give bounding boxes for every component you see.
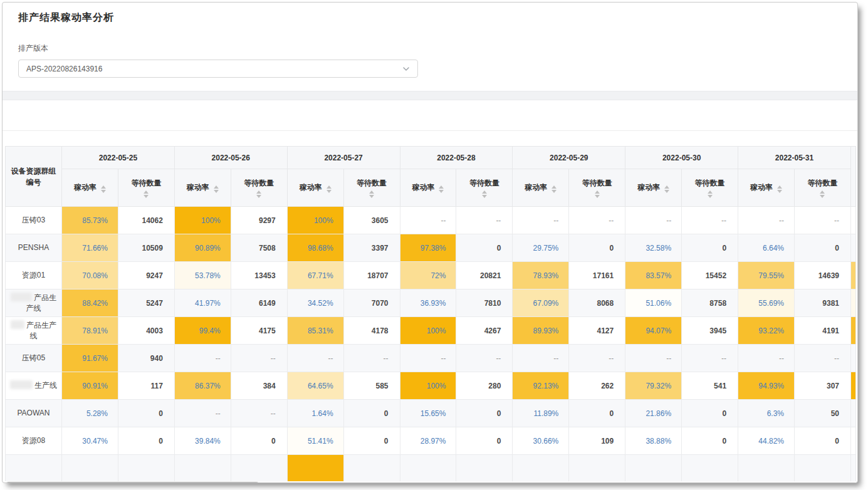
- rate-cell: 100%: [287, 207, 343, 234]
- clipped-cell: [851, 400, 856, 427]
- wait-cell: 0: [682, 234, 738, 262]
- wait-sort-header[interactable]: 等待数量: [118, 169, 174, 207]
- row-label: 生产线: [6, 372, 62, 400]
- scrollbar-thumb[interactable]: [6, 482, 259, 483]
- rate-sort-header[interactable]: 稼动率: [513, 169, 569, 207]
- rate-header-label: 稼动率: [187, 182, 209, 193]
- wait-cell: 0: [118, 400, 174, 427]
- wait-cell: 7070: [343, 289, 400, 317]
- header-sub-row: 稼动率等待数量稼动率等待数量稼动率等待数量稼动率等待数量稼动率等待数量稼动率等待…: [6, 169, 856, 207]
- wait-cell: 0: [569, 234, 625, 262]
- rate-cell: 28.97%: [400, 427, 456, 455]
- rate-cell: --: [400, 345, 456, 372]
- sort-icon: [708, 190, 713, 198]
- wait-cell: 7810: [456, 289, 513, 317]
- wait-sort-header[interactable]: 等待数量: [343, 169, 400, 207]
- caret-down-icon: [144, 195, 149, 198]
- rate-cell: 92.13%: [513, 372, 569, 400]
- row-label: [6, 455, 62, 482]
- wait-cell: 109: [569, 427, 625, 455]
- table-body: 压铸0385.73%14062100%9297100%3605---------…: [6, 207, 856, 482]
- rate-cell: 70.08%: [62, 262, 118, 289]
- wait-sort-header[interactable]: 等待数量: [569, 169, 625, 207]
- rate-header-inner: 稼动率: [513, 182, 568, 193]
- wait-cell: 0: [456, 400, 513, 427]
- date-column-header: 2022-05-28: [400, 147, 513, 169]
- rate-cell: 30.47%: [62, 427, 118, 455]
- rate-cell: [513, 455, 569, 482]
- clipped-cell: [851, 372, 856, 400]
- rate-cell: 34.52%: [287, 289, 343, 317]
- wait-sort-header[interactable]: 等待数量: [794, 169, 850, 207]
- rate-header-label: 稼动率: [750, 182, 773, 193]
- horizontal-scrollbar[interactable]: [5, 482, 856, 483]
- clipped-cell: [851, 289, 856, 317]
- wait-cell: 17161: [569, 262, 625, 289]
- row-label: 产品生产线: [6, 317, 62, 345]
- clipped-column-header: [851, 147, 856, 207]
- wait-cell: 3605: [343, 207, 400, 234]
- wait-cell: 0: [456, 427, 513, 455]
- row-label: 产品生产线: [6, 289, 62, 317]
- table-header: 设备资源群组编号2022-05-252022-05-262022-05-2720…: [6, 147, 856, 207]
- version-select[interactable]: APS-20220826143916: [18, 60, 418, 78]
- clipped-cell: [851, 234, 856, 262]
- wait-cell: [231, 455, 287, 482]
- wait-cell: --: [682, 207, 738, 234]
- rate-cell: 29.75%: [513, 234, 569, 262]
- rate-header-label: 稼动率: [412, 182, 434, 193]
- rate-sort-header[interactable]: 稼动率: [738, 169, 795, 207]
- redacted-text: [11, 320, 24, 329]
- rate-sort-header[interactable]: 稼动率: [400, 169, 456, 207]
- wait-cell: 4267: [456, 317, 513, 345]
- rate-cell: 100%: [174, 207, 231, 234]
- rate-sort-header[interactable]: 稼动率: [174, 169, 231, 207]
- wait-header-label: 等待数量: [807, 178, 837, 189]
- rate-sort-header[interactable]: 稼动率: [62, 169, 118, 207]
- caret-up-icon: [664, 185, 669, 189]
- wait-sort-header[interactable]: 等待数量: [682, 169, 738, 207]
- rate-sort-header[interactable]: 稼动率: [287, 169, 343, 207]
- caret-up-icon: [327, 185, 332, 189]
- rate-cell: 79.55%: [738, 262, 795, 289]
- wait-cell: [343, 455, 400, 482]
- table-row: 生产线90.91%11786.37%38464.65%585100%28092.…: [6, 372, 856, 400]
- wait-cell: 0: [343, 427, 400, 455]
- rate-cell: 32.58%: [625, 234, 682, 262]
- rate-cell: [625, 455, 682, 482]
- rate-cell: 44.82%: [738, 427, 795, 455]
- wait-sort-header[interactable]: 等待数量: [231, 169, 287, 207]
- wait-cell: 280: [456, 372, 513, 400]
- rate-cell: 5.28%: [62, 400, 118, 427]
- date-column-header: 2022-05-27: [287, 147, 400, 169]
- wait-cell: 13453: [231, 262, 287, 289]
- table-row: PAOWAN5.28%0----1.64%015.65%011.89%021.8…: [6, 400, 856, 427]
- clipped-cell: [851, 345, 856, 372]
- rate-cell: 21.86%: [625, 400, 682, 427]
- rate-cell: [174, 455, 231, 482]
- caret-down-icon: [777, 190, 782, 193]
- date-column-header: 2022-05-25: [62, 147, 175, 169]
- rate-cell: 78.93%: [513, 262, 569, 289]
- rate-sort-header[interactable]: 稼动率: [625, 169, 682, 207]
- rate-header-inner: 稼动率: [62, 182, 118, 193]
- rate-cell: --: [513, 345, 569, 372]
- caret-up-icon: [439, 185, 444, 189]
- sort-icon: [820, 190, 825, 198]
- wait-cell: 307: [794, 372, 850, 400]
- caret-down-icon: [214, 190, 219, 193]
- rate-cell: 90.89%: [174, 234, 231, 262]
- sort-icon: [144, 190, 149, 198]
- wait-cell: 541: [682, 372, 738, 400]
- clipped-cell: [851, 317, 856, 345]
- rate-cell: [62, 455, 118, 482]
- rate-cell: 64.65%: [287, 372, 343, 400]
- row-label: 压铸05: [6, 345, 62, 372]
- wait-sort-header[interactable]: 等待数量: [456, 169, 513, 207]
- table-viewport: 设备资源群组编号2022-05-252022-05-262022-05-2720…: [5, 146, 857, 481]
- rate-cell: 89.93%: [513, 317, 569, 345]
- wait-header-label: 等待数量: [469, 178, 499, 189]
- caret-down-icon: [256, 195, 261, 198]
- caret-up-icon: [101, 185, 106, 189]
- wait-header-inner: 等待数量: [682, 178, 738, 198]
